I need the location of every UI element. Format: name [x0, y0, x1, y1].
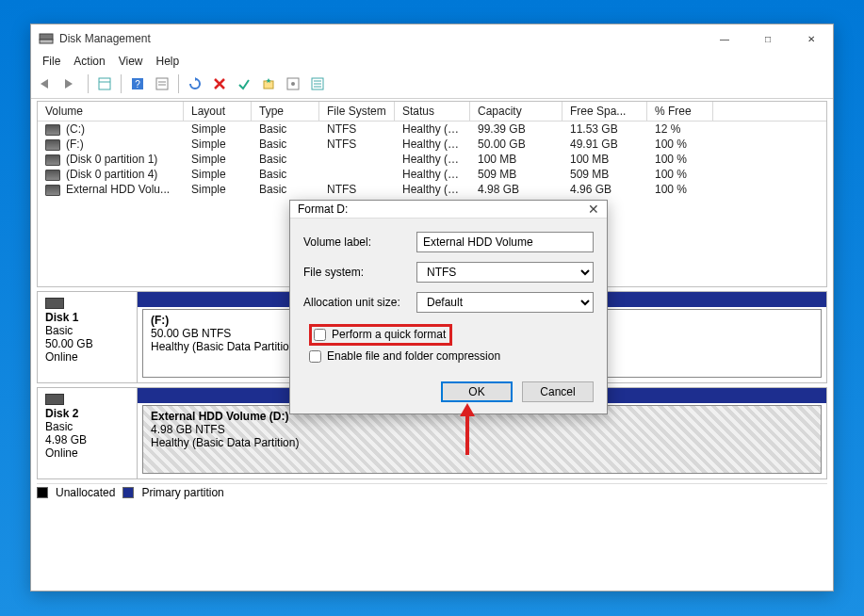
cell: 100 % — [647, 152, 713, 167]
col-pfree[interactable]: % Free — [647, 102, 713, 121]
cell: Healthy (B... — [395, 182, 470, 197]
properties-icon[interactable] — [152, 73, 172, 94]
cell: 4.98 GB — [470, 182, 562, 197]
back-button[interactable] — [37, 73, 57, 94]
legend-primary: Primary partition — [141, 486, 223, 499]
cell-volume: (F:) — [38, 137, 184, 152]
cell: 12 % — [647, 122, 713, 137]
menubar: File Action View Help — [31, 53, 833, 72]
col-type[interactable]: Type — [252, 102, 319, 121]
cell: Healthy (E... — [395, 152, 470, 167]
partition-status: Healthy (Basic Data Partition) — [151, 436, 813, 449]
cell — [319, 167, 395, 182]
col-capacity[interactable]: Capacity — [470, 102, 562, 121]
table-row[interactable]: (F:) Simple Basic NTFS Healthy (B... 50.… — [38, 137, 826, 152]
window-buttons: — □ ✕ — [703, 24, 833, 53]
cell: Healthy (R... — [395, 167, 470, 182]
cancel-button[interactable]: Cancel — [522, 381, 594, 402]
cell: 4.96 GB — [562, 182, 647, 197]
cell: Basic — [252, 182, 319, 197]
col-free[interactable]: Free Spa... — [562, 102, 647, 121]
minimize-button[interactable]: — — [703, 24, 746, 53]
cell: 11.53 GB — [562, 122, 647, 137]
cell: 50.00 GB — [470, 137, 562, 152]
cell: 49.91 GB — [562, 137, 647, 152]
enable-compression-checkbox[interactable] — [309, 350, 321, 363]
col-layout[interactable]: Layout — [184, 102, 252, 121]
svg-text:?: ? — [135, 79, 140, 89]
format-dialog: Format D: ✕ Volume label: File system: N… — [289, 200, 608, 414]
svg-rect-2 — [99, 78, 110, 89]
cell: Simple — [184, 122, 252, 137]
app-icon — [39, 31, 54, 46]
toolbar-sep — [121, 74, 122, 93]
legend-swatch-unallocated — [37, 487, 48, 498]
list-icon[interactable] — [307, 73, 328, 94]
maximize-button[interactable]: □ — [746, 24, 790, 53]
toolbar-sep — [88, 74, 89, 93]
settings-icon[interactable] — [283, 73, 303, 94]
quick-format-highlight: Perform a quick format — [309, 324, 452, 346]
disk-name: Disk 2 — [45, 407, 129, 420]
forward-button[interactable] — [61, 73, 82, 94]
close-icon[interactable]: ✕ — [588, 202, 599, 217]
svg-rect-0 — [40, 34, 53, 40]
cell-volume: External HDD Volu... — [38, 182, 184, 197]
wizard-icon[interactable] — [258, 73, 279, 94]
enable-compression-label: Enable file and folder compression — [327, 349, 500, 363]
cell: 509 MB — [562, 167, 647, 182]
quick-format-label: Perform a quick format — [332, 328, 446, 341]
menu-file[interactable]: File — [42, 55, 60, 68]
cell: 100 % — [647, 182, 713, 197]
delete-icon[interactable] — [209, 73, 230, 94]
filesystem-select[interactable]: NTFS — [416, 262, 594, 283]
cell: 100 % — [647, 137, 713, 152]
quick-format-checkbox[interactable] — [314, 329, 326, 341]
cell-volume: (C:) — [38, 122, 184, 137]
col-volume[interactable]: Volume — [38, 102, 184, 121]
svg-rect-6 — [156, 78, 168, 89]
annotation-arrow — [458, 403, 477, 455]
table-row[interactable]: (Disk 0 partition 4) Simple Basic Health… — [38, 167, 826, 182]
cell: Simple — [184, 167, 252, 182]
table-row[interactable]: External HDD Volu... Simple Basic NTFS H… — [38, 182, 826, 197]
disk-size: 50.00 GB — [45, 337, 129, 350]
menu-help[interactable]: Help — [156, 55, 180, 68]
allocunit-select[interactable]: Default — [416, 292, 594, 313]
dialog-titlebar: Format D: ✕ — [290, 201, 607, 219]
col-fs[interactable]: File System — [319, 102, 395, 121]
cell: 100 MB — [562, 152, 647, 167]
disk-name: Disk 1 — [45, 311, 129, 324]
refresh-icon[interactable] — [185, 73, 205, 94]
partition[interactable]: External HDD Volume (D:) 4.98 GB NTFS He… — [142, 405, 822, 474]
ok-button[interactable]: OK — [441, 381, 513, 402]
cell: Simple — [184, 137, 252, 152]
close-button[interactable]: ✕ — [790, 24, 833, 53]
menu-action[interactable]: Action — [73, 55, 105, 68]
svg-point-11 — [291, 82, 295, 86]
menu-view[interactable]: View — [119, 55, 143, 68]
dialog-body: Volume label: File system: NTFS Allocati… — [290, 219, 607, 374]
table-row[interactable]: (Disk 0 partition 1) Simple Basic Health… — [38, 152, 826, 167]
view-icon[interactable] — [94, 73, 115, 94]
help-icon[interactable]: ? — [127, 73, 148, 94]
cell: Basic — [252, 122, 319, 137]
cell-volume: (Disk 0 partition 1) — [38, 152, 184, 167]
cell: NTFS — [319, 182, 395, 197]
table-row[interactable]: (C:) Simple Basic NTFS Healthy (B... 99.… — [38, 122, 826, 137]
col-status[interactable]: Status — [395, 102, 470, 121]
dialog-buttons: OK Cancel — [290, 374, 607, 413]
cell: NTFS — [319, 122, 395, 137]
cell: Basic — [252, 137, 319, 152]
volume-label-input[interactable] — [416, 232, 594, 252]
cell-volume: (Disk 0 partition 4) — [38, 167, 184, 182]
toolbar-sep — [178, 74, 179, 93]
disk-info: Disk 1 Basic 50.00 GB Online — [38, 292, 138, 382]
toolbar: ? — [31, 72, 833, 99]
legend: Unallocated Primary partition — [37, 483, 827, 499]
cell: Basic — [252, 167, 319, 182]
check-icon[interactable] — [234, 73, 254, 94]
disk-type: Basic — [45, 420, 129, 433]
volume-label-label: Volume label: — [303, 235, 416, 249]
cell: 99.39 GB — [470, 122, 562, 137]
